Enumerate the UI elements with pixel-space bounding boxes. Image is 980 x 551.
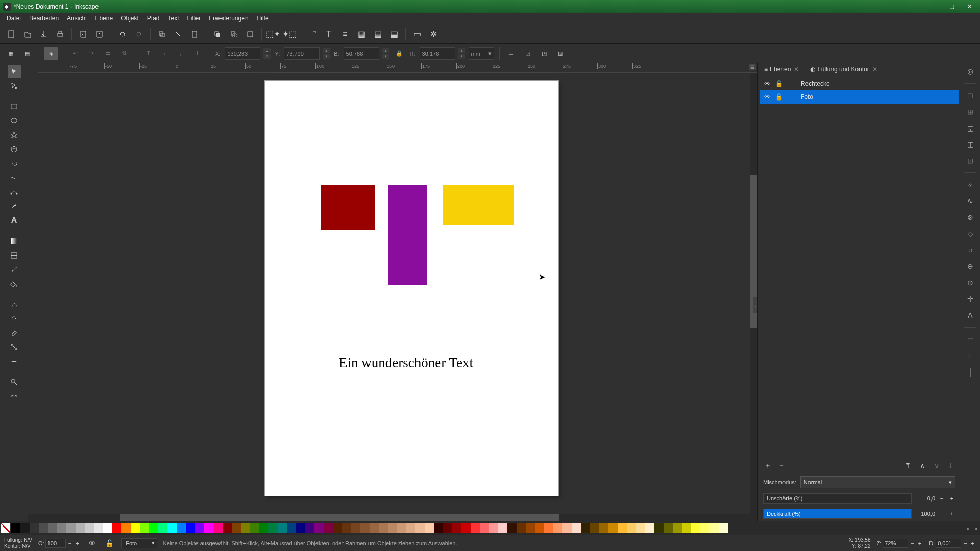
color-swatch[interactable] [526, 523, 535, 533]
move-patterns-icon[interactable]: ▨ [554, 47, 567, 60]
opacity-inc-icon[interactable]: + [948, 510, 955, 517]
doc-props-icon[interactable]: ▭ [410, 27, 424, 41]
visibility-icon[interactable]: 👁 [764, 80, 771, 87]
color-swatch[interactable] [406, 523, 415, 533]
layer-row-rechtecke[interactable]: 👁 🔓 Rechtecke [760, 77, 959, 90]
color-swatch[interactable] [149, 523, 158, 533]
pencil-tool-icon[interactable] [8, 171, 21, 184]
horizontal-scrollbar[interactable] [28, 514, 750, 521]
undo-icon[interactable] [115, 27, 130, 41]
color-swatch[interactable] [535, 523, 544, 533]
export-icon[interactable] [92, 27, 107, 41]
color-swatch[interactable] [278, 523, 287, 533]
x-inc-icon[interactable]: ▲ [263, 48, 271, 53]
fill-value[interactable]: N/V [23, 537, 32, 543]
color-swatch[interactable] [599, 523, 608, 533]
color-swatch[interactable] [654, 523, 664, 533]
color-swatch[interactable] [379, 523, 388, 533]
text-dialog-icon[interactable]: T [322, 27, 336, 41]
yellow-rectangle[interactable] [443, 185, 514, 225]
ruler-vertical[interactable] [28, 73, 38, 521]
cut-icon[interactable] [171, 27, 185, 41]
zoom-input[interactable]: 72% [883, 539, 908, 548]
color-swatch[interactable] [562, 523, 572, 533]
color-swatch[interactable] [30, 523, 39, 533]
guide-vertical[interactable] [278, 81, 278, 496]
color-swatch[interactable] [415, 523, 425, 533]
color-swatch[interactable] [425, 523, 434, 533]
color-swatch[interactable] [627, 523, 636, 533]
y-inc-icon[interactable]: ▲ [323, 48, 330, 53]
color-swatch[interactable] [461, 523, 471, 533]
color-swatch[interactable] [85, 523, 94, 533]
opacity-inc-statusbar-icon[interactable]: + [74, 540, 80, 546]
color-swatch[interactable] [489, 523, 498, 533]
color-swatch[interactable] [388, 523, 397, 533]
mesh-tool-icon[interactable] [8, 248, 21, 262]
select-all-layers-icon[interactable]: ▦ [4, 47, 17, 60]
color-swatch[interactable] [360, 523, 370, 533]
color-swatch[interactable] [20, 523, 30, 533]
snap-edges-icon[interactable]: ⊞ [965, 106, 976, 117]
fill-stroke-tab[interactable]: ◐ Füllung und Kontur ✕ [807, 65, 880, 74]
blur-slider[interactable]: Unschärfe (%) [763, 493, 912, 504]
color-swatch[interactable] [434, 523, 443, 533]
layer-row-foto[interactable]: 👁 🔓 Foto [760, 90, 959, 104]
text-tool-icon[interactable]: A [8, 214, 21, 227]
color-swatch[interactable] [517, 523, 526, 533]
page[interactable]: Ein wunderschöner Text [265, 81, 558, 496]
x-input[interactable]: 130,283 [225, 47, 260, 60]
color-swatch[interactable] [177, 523, 186, 533]
color-swatch[interactable] [213, 523, 223, 533]
lock-icon[interactable]: 🔓 [775, 93, 782, 101]
lock-status-icon[interactable]: 🔓 [104, 538, 115, 549]
width-input[interactable]: 50,788 [344, 47, 379, 60]
x-dec-icon[interactable]: ▼ [263, 54, 271, 59]
w-inc-icon[interactable]: ▲ [382, 48, 389, 53]
show-transform-handles-icon[interactable]: ◈ [44, 47, 58, 60]
move-gradients-icon[interactable]: ◳ [537, 47, 551, 60]
paste-icon[interactable] [187, 27, 202, 41]
rotate-inc-icon[interactable]: + [970, 540, 976, 546]
unlink-clone-icon[interactable] [243, 27, 257, 41]
raise-top-icon[interactable]: ⤒ [141, 47, 155, 60]
rotate-dec-icon[interactable]: − [962, 540, 968, 546]
color-swatch[interactable] [76, 523, 85, 533]
snap-corners-icon[interactable]: ◱ [965, 122, 976, 134]
print-icon[interactable] [53, 27, 67, 41]
rotation-input[interactable]: 0,00° [936, 539, 961, 548]
visibility-icon[interactable]: 👁 [764, 93, 771, 101]
rotate-ccw-icon[interactable]: ↶ [68, 47, 82, 60]
color-swatch[interactable] [314, 523, 324, 533]
xml-editor-icon[interactable] [305, 27, 320, 41]
color-swatch[interactable] [167, 523, 177, 533]
color-swatch[interactable] [250, 523, 259, 533]
opacity-slider[interactable]: Deckkraft (%) [763, 509, 912, 519]
layers-tab-close-icon[interactable]: ✕ [794, 66, 799, 73]
menu-erweiterungen[interactable]: Erweiterungen [205, 14, 252, 23]
snap-text-baseline-icon[interactable]: A̲ [965, 310, 976, 321]
snap-line-mid-icon[interactable]: ⊖ [965, 261, 976, 272]
color-swatch[interactable] [691, 523, 700, 533]
color-swatch[interactable] [259, 523, 268, 533]
color-swatch[interactable] [11, 523, 20, 533]
paintbucket-tool-icon[interactable] [8, 277, 21, 290]
color-swatch[interactable] [608, 523, 618, 533]
dock-collapse-handle[interactable]: ⋮ [753, 297, 757, 313]
color-swatch[interactable] [342, 523, 351, 533]
layer-up-icon[interactable]: ∧ [917, 460, 928, 471]
lower-icon[interactable]: ↓ [174, 47, 187, 60]
menu-text[interactable]: Text [164, 14, 183, 23]
snap-grid-icon[interactable]: ▦ [965, 350, 976, 361]
maximize-button[interactable]: ▢ [944, 2, 960, 12]
snap-paths-icon[interactable]: ∿ [965, 195, 976, 207]
new-icon[interactable] [4, 27, 18, 41]
menu-ebene[interactable]: Ebene [91, 14, 117, 23]
menu-filter[interactable]: Filter [183, 14, 205, 23]
w-dec-icon[interactable]: ▼ [382, 54, 389, 59]
color-swatch[interactable] [553, 523, 562, 533]
eraser-tool-icon[interactable] [8, 326, 21, 339]
canvas-viewport[interactable]: Ein wunderschöner Text ➤ ⋮ [38, 73, 757, 521]
color-swatch[interactable] [581, 523, 590, 533]
add-layer-icon[interactable]: ＋ [762, 460, 773, 471]
